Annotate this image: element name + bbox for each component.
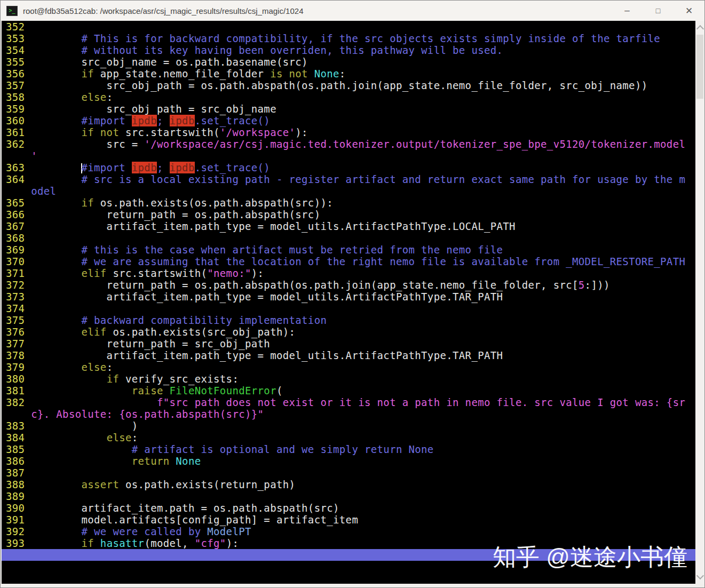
- line-number: 376: [6, 326, 31, 338]
- code-line-353: 353 # This is for backward compatibility…: [6, 33, 695, 44]
- code-line-376: 376 elif os.path.exists(src_obj_path):: [6, 326, 695, 338]
- line-number: 362: [6, 138, 31, 150]
- code-line-358: 358 else:: [6, 91, 695, 103]
- code-line-364: 364 # src is a local existing path - reg…: [6, 173, 695, 185]
- code-line-383: 383 ): [6, 420, 695, 432]
- window-title: root@fdb35a512cab: /workspace/asr/csj_ma…: [23, 6, 303, 15]
- vim-statusline: </core/connectors/save_restore_connector…: [2, 549, 695, 561]
- line-number: 391: [6, 514, 31, 526]
- line-number: 373: [6, 291, 31, 303]
- line-number: 375: [6, 314, 31, 326]
- line-number: 358: [6, 91, 31, 103]
- code-line-389: 389: [6, 490, 695, 502]
- line-number: 383: [6, 420, 31, 432]
- line-number: 367: [6, 220, 31, 232]
- terminal-window: >_ root@fdb35a512cab: /workspace/asr/csj…: [0, 0, 705, 588]
- line-number: 356: [6, 68, 31, 80]
- window-controls: – □ ✕: [612, 1, 704, 21]
- line-number: [6, 185, 31, 197]
- code-line-387: 387: [6, 467, 695, 479]
- code-line-wrap: ': [6, 150, 695, 162]
- code-line-363: 363 #import ipdb; ipdb.set_trace(): [6, 162, 695, 173]
- close-button[interactable]: ✕: [674, 1, 704, 21]
- scrollbar[interactable]: [695, 21, 704, 584]
- code-line-380: 380 if verify_src_exists:: [6, 373, 695, 385]
- code-line-369: 369 # this is the case when artifact mus…: [6, 244, 695, 256]
- code-line-366: 366 return_path = os.path.abspath(src): [6, 209, 695, 220]
- line-number: 365: [6, 197, 31, 209]
- line-number: 360: [6, 115, 31, 126]
- line-number: 381: [6, 385, 31, 396]
- terminal-content: 352 353 # This is for backward compatibi…: [2, 21, 695, 584]
- code-line-372: 372 return_path = os.path.abspath(os.pat…: [6, 279, 695, 291]
- code-line-392: 392 # we were called by ModelPT: [6, 526, 695, 537]
- code-line-390: 390 artifact_item.path = os.path.abspath…: [6, 502, 695, 514]
- code-line-359: 359 src_obj_path = src_obj_name: [6, 103, 695, 115]
- line-number: 387: [6, 467, 31, 479]
- line-number: 374: [6, 303, 31, 314]
- line-number: 353: [6, 33, 31, 44]
- code-line-384: 384 else:: [6, 432, 695, 443]
- line-number: 380: [6, 373, 31, 385]
- maximize-button[interactable]: □: [643, 1, 674, 21]
- code-line-357: 357 src_obj_path = os.path.abspath(os.pa…: [6, 80, 695, 91]
- line-number: 371: [6, 267, 31, 279]
- code-line-361: 361 if not src.startswith('/workspace'):: [6, 126, 695, 138]
- code-line-393: 393 if hasattr(model, "cfg"):: [6, 537, 695, 549]
- code-line-382: 382 f"src path does not exist or it is n…: [6, 396, 695, 408]
- code-line-368: 368: [6, 232, 695, 244]
- code-line-386: 386 return None: [6, 455, 695, 467]
- code-line-373: 373 artifact_item.path_type = model_util…: [6, 291, 695, 303]
- line-number: 359: [6, 103, 31, 115]
- line-number: 392: [6, 526, 31, 537]
- code-line-356: 356 if app_state.nemo_file_folder is not…: [6, 68, 695, 80]
- line-number: 384: [6, 432, 31, 443]
- code-line-wrap: odel: [6, 185, 695, 197]
- line-number: 354: [6, 44, 31, 56]
- line-number: 393: [6, 537, 31, 549]
- line-number: 366: [6, 209, 31, 220]
- line-number: 355: [6, 56, 31, 68]
- line-number: 357: [6, 80, 31, 91]
- line-number: 382: [6, 396, 31, 408]
- code-line-374: 374: [6, 303, 695, 314]
- code-line-360: 360 #import ipdb; ipdb.set_trace(): [6, 115, 695, 126]
- minimize-button[interactable]: –: [612, 1, 643, 21]
- line-number: 368: [6, 232, 31, 244]
- line-number: [6, 150, 31, 162]
- scrollbar-up-arrow-icon[interactable]: [696, 25, 704, 33]
- code-line-367: 367 artifact_item.path_type = model_util…: [6, 220, 695, 232]
- code-line-381: 381 raise FileNotFoundError(: [6, 385, 695, 396]
- code-line-362: 362 src = '/workspace/asr/csj.magic.ted.…: [6, 138, 695, 150]
- vim-editor-area[interactable]: 352 353 # This is for backward compatibi…: [2, 21, 695, 549]
- line-number: 385: [6, 443, 31, 455]
- line-number: 370: [6, 256, 31, 267]
- line-number: 390: [6, 502, 31, 514]
- code-line-371: 371 elif src.startswith("nemo:"):: [6, 267, 695, 279]
- scrollbar-thumb[interactable]: [696, 35, 703, 99]
- code-line-377: 377 return_path = src_obj_path: [6, 338, 695, 349]
- line-number: 378: [6, 349, 31, 361]
- code-line-375: 375 # backward compatibility implementat…: [6, 314, 695, 326]
- code-line-wrap: c}. Absolute: {os.path.abspath(src)}": [6, 408, 695, 420]
- terminal-app-icon: >_: [6, 6, 18, 16]
- line-number: 372: [6, 279, 31, 291]
- code-line-352: 352: [6, 21, 695, 33]
- code-line-355: 355 src_obj_name = os.path.basename(src): [6, 56, 695, 68]
- line-number: 386: [6, 455, 31, 467]
- code-line-379: 379 else:: [6, 361, 695, 373]
- line-number: 388: [6, 479, 31, 490]
- terminal-body: 352 353 # This is for backward compatibi…: [1, 21, 704, 587]
- code-line-378: 378 artifact_item.path_type = model_util…: [6, 349, 695, 361]
- code-line-354: 354 # without its key having been overri…: [6, 44, 695, 56]
- code-line-388: 388 assert os.path.exists(return_path): [6, 479, 695, 490]
- line-number: 377: [6, 338, 31, 349]
- line-number: [6, 408, 31, 420]
- code-line-365: 365 if os.path.exists(os.path.abspath(sr…: [6, 197, 695, 209]
- line-number: 369: [6, 244, 31, 256]
- line-number: 379: [6, 361, 31, 373]
- scrollbar-down-arrow-icon[interactable]: [696, 572, 704, 579]
- line-number: 364: [6, 173, 31, 185]
- window-titlebar[interactable]: >_ root@fdb35a512cab: /workspace/asr/csj…: [1, 1, 704, 21]
- line-number: 389: [6, 490, 31, 502]
